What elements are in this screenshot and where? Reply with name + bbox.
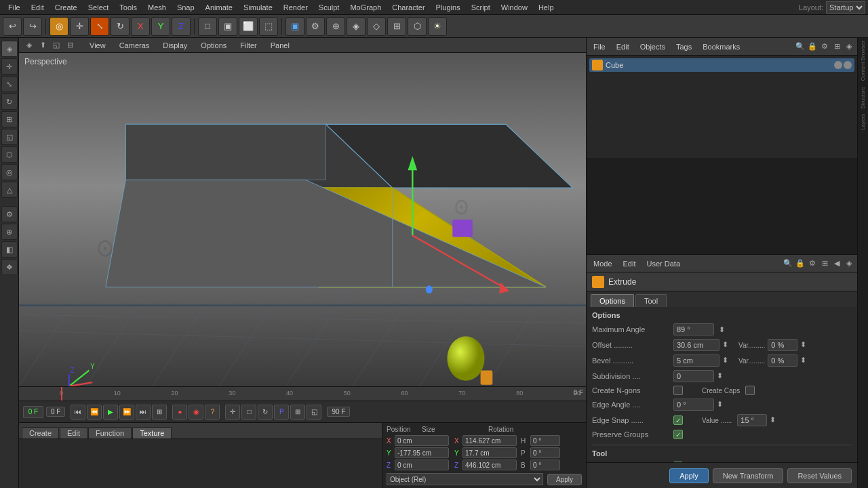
sidebar-btn-4[interactable]: ↻ (1, 94, 18, 110)
dot-2[interactable] (844, 61, 852, 69)
tab-texture[interactable]: Texture (132, 427, 172, 439)
strip-structure[interactable]: Structure (860, 87, 866, 108)
pos-tool-2[interactable]: □ (241, 405, 256, 420)
coord-mode-select[interactable]: Object (Rel) (387, 473, 543, 485)
frame-input-green[interactable]: 0 F (23, 406, 43, 418)
step-back-button[interactable]: ⏪ (87, 405, 102, 420)
pos-tool-6[interactable]: ◱ (307, 405, 321, 420)
vp-menu-cameras[interactable]: Cameras (117, 40, 153, 51)
edge-snap-checkbox[interactable] (673, 415, 683, 425)
strip-layers[interactable]: Layers (860, 114, 866, 130)
object-cube-row[interactable]: Cube (589, 58, 854, 72)
obj-pin-icon[interactable]: ◈ (844, 41, 854, 52)
render-settings-button[interactable]: ⬚ (259, 17, 278, 36)
pos-tool-4[interactable]: P (274, 405, 289, 420)
tab-create[interactable]: Create (22, 427, 59, 439)
current-frame-display[interactable]: 0 F (46, 407, 65, 417)
obj-lock-icon[interactable]: 🔒 (807, 41, 818, 52)
menu-item-simulate[interactable]: Simulate (238, 2, 278, 13)
caps-checkbox[interactable] (745, 386, 755, 395)
sidebar-btn-13[interactable]: ❖ (1, 259, 18, 275)
step-forward-button[interactable]: ⏩ (119, 405, 134, 420)
vp-menu-panel[interactable]: Panel (268, 40, 292, 51)
menu-item-tools[interactable]: Tools (114, 2, 142, 13)
sidebar-btn-10[interactable]: ⚙ (1, 206, 18, 222)
pos-tool-1[interactable]: ✛ (225, 405, 240, 420)
obj-expand-icon[interactable]: ⊞ (831, 41, 842, 52)
edge-angle-input[interactable] (673, 399, 714, 411)
menu-item-file[interactable]: File (3, 2, 26, 13)
tab-options[interactable]: Options (591, 294, 634, 307)
sidebar-btn-5[interactable]: ⊞ (1, 111, 18, 127)
max-angle-stepper[interactable]: ⬍ (717, 325, 726, 334)
props-settings-icon[interactable]: ⚙ (807, 258, 818, 269)
last-frame-button[interactable]: ⊞ (152, 405, 167, 420)
props-pin-icon[interactable]: ◈ (844, 258, 854, 269)
subdivision-stepper[interactable]: ⬍ (717, 371, 726, 381)
perspective-button[interactable]: ⬡ (408, 17, 427, 36)
live-selection-button[interactable]: ◎ (50, 17, 68, 36)
sidebar-btn-8[interactable]: ◎ (1, 164, 18, 180)
skip-to-end-button[interactable]: ⏭ (136, 405, 151, 420)
subdivision-input[interactable] (673, 370, 714, 382)
max-angle-input[interactable] (673, 323, 714, 336)
coord-apply-button[interactable]: Apply (547, 474, 582, 485)
snap-button[interactable]: ⊕ (326, 17, 345, 36)
obj-file-menu[interactable]: File (589, 41, 610, 52)
render-region-button[interactable]: ▣ (218, 17, 237, 36)
scale-tool-button[interactable]: ⤡ (90, 17, 109, 36)
coord-rot-b[interactable] (530, 460, 560, 470)
light-button[interactable]: ☀ (428, 17, 447, 36)
coord-rot-h[interactable] (530, 435, 560, 446)
props-search-icon[interactable]: 🔍 (783, 258, 793, 269)
view-settings-button[interactable]: ⚙ (306, 17, 325, 36)
coord-pos-x[interactable] (395, 435, 449, 446)
props-expand-icon[interactable]: ⊞ (819, 258, 830, 269)
vp-menu-options[interactable]: Options (198, 40, 229, 51)
props-edit-menu[interactable]: Edit (619, 258, 640, 269)
preserve-groups-checkbox[interactable] (673, 430, 683, 439)
viewport-icon-4[interactable]: ⊟ (64, 39, 76, 52)
move-tool-button[interactable]: ✛ (70, 17, 89, 36)
bevel-input[interactable] (673, 354, 719, 367)
y-axis-button[interactable]: Y (151, 17, 170, 36)
sidebar-btn-2[interactable]: ✛ (1, 58, 18, 75)
props-mode-menu[interactable]: Mode (589, 258, 616, 269)
play-button[interactable]: ▶ (103, 405, 118, 420)
menu-item-plugins[interactable]: Plugins (431, 2, 466, 13)
props-userdata-menu[interactable]: User Data (643, 258, 685, 269)
redo-button[interactable]: ↪ (23, 17, 42, 36)
menu-item-mograph[interactable]: MoGraph (344, 2, 387, 13)
edge-angle-stepper[interactable]: ⬍ (717, 400, 726, 409)
keyframe-button[interactable]: ? (205, 405, 220, 420)
vp-menu-view[interactable]: View (87, 40, 108, 51)
sidebar-btn-1[interactable]: ◈ (1, 41, 18, 57)
offset-var-stepper[interactable]: ⬍ (800, 340, 810, 350)
obj-bookmarks-menu[interactable]: Bookmarks (698, 41, 744, 52)
sidebar-btn-11[interactable]: ⊕ (1, 224, 18, 240)
dot-1[interactable] (834, 61, 842, 69)
bevel-stepper[interactable]: ⬍ (722, 356, 732, 365)
pos-tool-5[interactable]: ⊞ (290, 405, 305, 420)
menu-item-snap[interactable]: Snap (172, 2, 200, 13)
new-transform-button[interactable]: New Transform (713, 468, 784, 483)
bevel-var-stepper[interactable]: ⬍ (800, 356, 810, 365)
menu-item-select[interactable]: Select (83, 2, 115, 13)
offset-var-input[interactable] (768, 339, 797, 351)
vp-menu-display[interactable]: Display (160, 40, 190, 51)
coord-rot-p[interactable] (530, 447, 560, 458)
tab-tool[interactable]: Tool (635, 294, 667, 307)
coord-size-z[interactable] (462, 460, 517, 470)
record-all-button[interactable]: ◉ (189, 405, 203, 420)
props-apply-button-1[interactable]: Apply (669, 468, 709, 483)
snap2-button[interactable]: ◈ (347, 17, 366, 36)
end-frame-display[interactable]: 90 F (327, 407, 350, 417)
z-axis-button[interactable]: Z (172, 17, 191, 36)
obj-objects-menu[interactable]: Objects (636, 41, 669, 52)
obj-search-icon[interactable]: 🔍 (795, 41, 806, 52)
viewport-3d[interactable]: Perspective (19, 53, 586, 386)
x-axis-button[interactable]: X (131, 17, 150, 36)
render-button[interactable]: ⬜ (239, 17, 258, 36)
offset-input[interactable] (673, 339, 719, 351)
sidebar-btn-12[interactable]: ◧ (1, 241, 18, 258)
